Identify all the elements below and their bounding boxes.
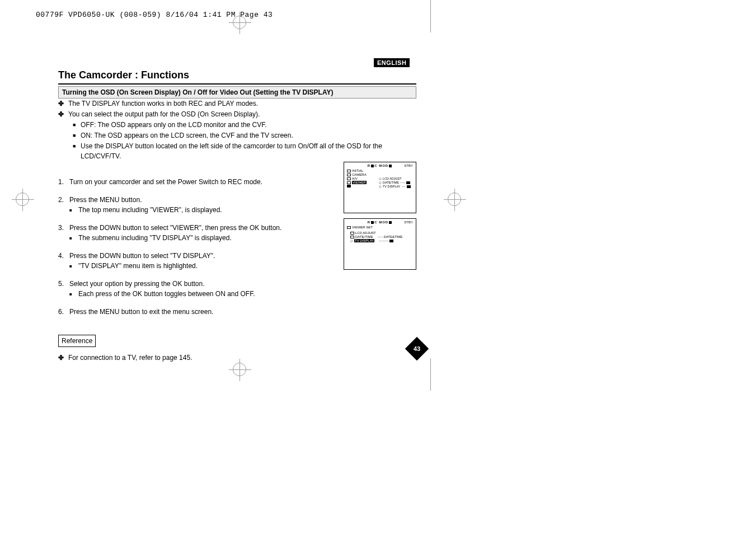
osd-mode-text: RC MOD (368, 221, 392, 224)
step-number: 2. (58, 195, 69, 205)
step-number: 6. (58, 307, 69, 317)
step-text: Press the MENU button. (69, 195, 142, 205)
osd-menu-item: CAMERA (352, 173, 367, 176)
osd-value: DATE&TIME (383, 235, 402, 238)
step-sub-text: The top menu including "VIEWER", is disp… (78, 205, 222, 215)
sub-bullet-item: ■ Use the DISPLAY button located on the … (73, 141, 416, 161)
osd-item: DATE/TIME (355, 235, 373, 238)
reference-text: For connection to a TV, refer to page 14… (68, 353, 192, 363)
diamond-icon: ◇ (350, 240, 353, 242)
step-number: 4. (58, 251, 69, 261)
osd-menu-item: A/V (352, 177, 358, 180)
step-sub-text: "TV DISPLAY" menu item is highlighted. (78, 261, 198, 271)
square-icon: ■ (73, 141, 81, 161)
diamond-icon: ◇ (379, 185, 382, 188)
crop-mark-icon (16, 193, 29, 206)
sub-bullet-item: ■ OFF: The OSD appears only on the LCD m… (73, 120, 416, 130)
square-icon: ■ (73, 120, 81, 130)
plus-icon: ✤ (58, 99, 68, 109)
reference-label: Reference (58, 335, 96, 347)
osd-set-label: VIEWER SET (352, 226, 373, 229)
osd-sub-item: TV DISPLAY (383, 185, 400, 188)
step-number: 5. (58, 279, 69, 289)
sub-bullet-text: Use the DISPLAY button located on the le… (81, 141, 416, 161)
osd-screenshot-1: RC MOD STBY INITIAL CAMERA A/V VIEWER ◇L… (344, 162, 416, 213)
square-icon: ■ (69, 289, 78, 299)
sub-bullet-item: ■ ON: The OSD appears on the LCD screen,… (73, 130, 416, 140)
osd-mode-header: RC MOD STBY (347, 221, 413, 224)
crop-mark-icon (233, 363, 246, 376)
plus-icon: ✤ (58, 109, 68, 119)
print-header: 00779F VPD6050-UK (008-059) 8/16/04 1:41… (36, 11, 273, 19)
bullet-text: You can select the output path for the O… (68, 109, 260, 119)
plus-icon: ✤ (58, 353, 68, 363)
diamond-icon: ◇ (379, 181, 382, 184)
step-text: Press the DOWN button to select "VIEWER"… (69, 223, 281, 233)
square-icon: ■ (69, 261, 78, 271)
osd-item: LCD ADJUST (355, 231, 376, 235)
bullet-item: ✤ The TV DISPLAY function works in both … (58, 99, 416, 109)
reference-item: ✤ For connection to a TV, refer to page … (58, 353, 416, 363)
step-text: Press the MENU button to exit the menu s… (69, 307, 213, 317)
crop-line (430, 0, 431, 32)
osd-sub-item: LCD ADJUST (383, 177, 402, 180)
osd-screenshot-2: RC MOD STBY VIEWER SET LCD ADJUST DATE/T… (344, 218, 416, 270)
square-icon: ■ (69, 233, 78, 243)
osd-menu-item: INITIAL (352, 169, 363, 172)
osd-stby: STBY (404, 164, 413, 167)
osd-sub-item: DATE/TIME (383, 181, 399, 184)
osd-stby: STBY (404, 221, 413, 224)
sub-bullet-text: ON: The OSD appears on the LCD screen, t… (81, 130, 293, 140)
page-number: 43 (414, 345, 420, 352)
bullet-text: The TV DISPLAY function works in both RE… (68, 99, 258, 109)
osd-menu-item-selected: VIEWER (352, 181, 367, 184)
step-text: Select your option by pressing the OK bu… (69, 279, 204, 289)
square-icon: ■ (73, 130, 81, 140)
step-item: 5. Select your option by pressing the OK… (58, 279, 416, 299)
crop-mark-icon (448, 193, 461, 206)
osd-mode-text: RC MOD (368, 164, 392, 167)
osd-right-menu: ◇LCD ADJUST ◇DATE/TIME·········· ◇TV DIS… (379, 177, 411, 189)
step-sub-text: The submenu including "TV DISPLAY" is di… (78, 233, 232, 243)
osd-mode-header: RC MOD STBY (347, 164, 413, 167)
page-title: The Camcorder : Functions (58, 69, 416, 85)
bullet-item: ✤ You can select the output path for the… (58, 109, 416, 119)
section-title: Turning the OSD (On Screen Display) On /… (58, 86, 416, 99)
step-number: 3. (58, 223, 69, 233)
cursor-icon (347, 185, 351, 188)
osd-item-highlighted: TV DISPLAY (354, 239, 374, 242)
crop-line (430, 358, 431, 391)
step-text: Turn on your camcorder and set the Power… (69, 177, 262, 187)
step-number: 1. (58, 177, 69, 187)
step-sub-text: Each press of the OK button toggles betw… (78, 289, 255, 299)
print-header-text: 00779F VPD6050-UK (008-059) 8/16/04 1:41… (36, 11, 273, 19)
step-item: 6. Press the MENU button to exit the men… (58, 307, 416, 317)
language-badge: ENGLISH (374, 58, 410, 67)
square-icon: ■ (69, 205, 78, 215)
sub-bullet-text: OFF: The OSD appears only on the LCD mon… (81, 120, 267, 130)
step-text: Press the DOWN button to select "TV DISP… (69, 251, 215, 261)
diamond-icon: ◇ (379, 177, 382, 180)
